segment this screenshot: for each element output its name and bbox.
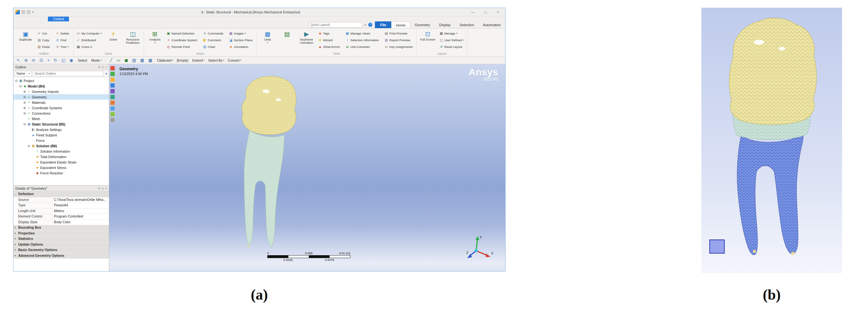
tooth-model[interactable] xyxy=(215,72,307,263)
tree-item[interactable]: ⊞ ✓ Geometry xyxy=(13,94,109,100)
geometry-viewport[interactable]: Geometry 1/13/2023 4:56 PM Ansys 2022 R1 xyxy=(109,64,505,271)
filter-options-icon[interactable]: ▾ xyxy=(105,72,107,75)
section-expander-icon[interactable] xyxy=(13,197,17,203)
reset-layout-button[interactable]: ↺ Reset Layout xyxy=(438,43,465,50)
commands-button[interactable]: ≡ Commands xyxy=(202,30,225,36)
side-tool-icon[interactable] xyxy=(110,83,115,88)
key-assignments-button[interactable]: ▭ Key Assignments xyxy=(383,43,414,50)
tree-item[interactable]: ▰ Total Deformation xyxy=(13,154,109,159)
tree-item[interactable]: i Solution Information xyxy=(13,149,109,154)
wizard-button[interactable]: ★ Wizard xyxy=(317,37,341,43)
zoom-out-icon[interactable]: ⊖ xyxy=(31,57,38,64)
tab-automation[interactable]: Automation xyxy=(478,22,505,28)
section-expander-icon[interactable] xyxy=(13,209,17,214)
expander-icon[interactable]: ⊞ xyxy=(23,101,26,104)
coordinate-system-button[interactable]: + Coordinate System xyxy=(166,37,199,43)
print-preview-button[interactable]: ▤ Print Preview xyxy=(383,30,414,36)
tree-item[interactable]: ⊟ ◆ Model (B4) xyxy=(13,83,109,89)
show-errors-button[interactable]: ▲ Show Errors xyxy=(317,43,341,50)
select-mode-dropdown[interactable]: Mode ▾ xyxy=(89,57,103,64)
wireframe-icon[interactable]: ▦ xyxy=(139,57,147,64)
select-by-dropdown[interactable]: Select By ▾ xyxy=(206,57,225,64)
select-face-icon[interactable]: ▭ xyxy=(115,57,123,64)
select-label[interactable]: Select xyxy=(76,57,89,64)
cores-field[interactable]: ▦ Cores 2 xyxy=(76,43,102,50)
solve-button[interactable]: ⚡ Solve xyxy=(105,30,122,42)
details-row[interactable]: Element Control Program Controlled xyxy=(13,214,109,220)
tree-item[interactable]: ⊟ ▦ Project xyxy=(13,78,109,83)
show-mesh-icon[interactable]: ▩ xyxy=(147,57,155,64)
tab-file[interactable]: File xyxy=(375,22,391,28)
selected-element-marker[interactable] xyxy=(710,240,724,253)
solve-target-dropdown[interactable]: ▭ My Computer ▾ xyxy=(76,30,102,36)
tree-item[interactable]: ⊞ ✓ Connections xyxy=(13,111,109,116)
details-row[interactable]: Length Unit Meters xyxy=(13,209,109,214)
panel-close-icon[interactable]: × xyxy=(105,65,107,69)
clipboard-dropdown[interactable]: Clipboard ▾ xyxy=(155,57,175,64)
fit-icon[interactable]: ◱ xyxy=(60,57,68,64)
units-button[interactable]: ▦ Units ▾ xyxy=(259,30,276,44)
comment-button[interactable]: ◧ Comment xyxy=(202,37,225,43)
section-expander-icon[interactable] xyxy=(13,214,17,219)
keyframe-animation-button[interactable]: ▶ Keyframe Animation xyxy=(298,30,315,45)
section-expander-icon[interactable]: - xyxy=(13,192,17,197)
panel-pin-icon[interactable]: ◻ xyxy=(101,65,103,69)
undo-icon[interactable] xyxy=(27,10,31,14)
clipboard-empty-label[interactable]: [Empty] xyxy=(175,57,190,64)
extend-selection-icon[interactable]: ▨ xyxy=(131,57,138,64)
expander-icon[interactable]: ⊞ xyxy=(23,112,26,115)
expander-icon[interactable]: ⊞ xyxy=(23,90,26,93)
details-row[interactable]: + Properties xyxy=(13,231,109,237)
unit-converter-button[interactable]: ⇄ Unit Converter xyxy=(345,43,380,50)
section-expander-icon[interactable] xyxy=(13,203,17,208)
ribbon-collapse-icon[interactable]: ∧ xyxy=(364,23,366,27)
cursor-icon[interactable]: ↖ xyxy=(15,57,23,64)
expander-icon[interactable]: ⊟ xyxy=(23,123,26,126)
tree-item[interactable]: ◧ Analysis Settings xyxy=(13,127,109,132)
tree-item[interactable]: ⊟ ▣ Static Structural (B5) xyxy=(13,121,109,127)
section-expander-icon[interactable]: + xyxy=(13,236,17,242)
expander-icon[interactable]: ⊟ xyxy=(27,144,30,148)
distributed-toggle[interactable]: ✓ Distributed xyxy=(76,37,102,43)
tree-item[interactable]: → Force xyxy=(13,138,109,143)
panel-close-icon[interactable]: × xyxy=(105,187,107,190)
full-screen-button[interactable]: ⊡ Full Screen xyxy=(419,30,436,42)
search-outline-input[interactable] xyxy=(33,71,103,76)
section-expander-icon[interactable]: + xyxy=(13,225,17,230)
side-tool-icon[interactable] xyxy=(110,106,115,111)
convert-dropdown[interactable]: Convert ▾ xyxy=(226,57,243,64)
tree-item[interactable]: ⊞ ✓ Geometry Imports xyxy=(13,89,109,94)
maximize-button[interactable]: □ xyxy=(480,8,491,16)
tree-item[interactable]: ✓ Mesh xyxy=(13,116,109,121)
side-tool-icon[interactable] xyxy=(110,66,115,70)
select-body-icon[interactable]: ◼ xyxy=(123,57,131,64)
save-icon[interactable] xyxy=(21,10,25,14)
tooth-roots[interactable] xyxy=(239,130,285,248)
tree-item[interactable]: ▰ Equivalent Stress xyxy=(13,165,109,170)
expander-icon[interactable]: ⊟ xyxy=(15,79,18,83)
side-tool-icon[interactable] xyxy=(110,77,115,82)
tree-item[interactable]: ▰ Equivalent Elastic Strain xyxy=(13,159,109,165)
zoom-in-icon[interactable]: ⊕ xyxy=(23,57,30,64)
details-row[interactable]: - Definition xyxy=(13,192,109,197)
section-plane-button[interactable]: ◪ Section Plane xyxy=(228,37,254,43)
select-edge-icon[interactable]: ╱ xyxy=(108,57,115,64)
side-tool-icon[interactable] xyxy=(110,112,115,117)
panel-dropdown-icon[interactable]: ▾ xyxy=(98,187,100,190)
tree-item[interactable]: ◆ Force Reaction xyxy=(13,170,109,176)
analysis-button[interactable]: ⊞ Analysis ▾ xyxy=(146,30,163,44)
selection-information-button[interactable]: i Selection Information xyxy=(345,37,380,43)
cut-button[interactable]: ✂ Cut xyxy=(36,30,52,36)
extend-dropdown[interactable]: Extend ▾ xyxy=(190,57,206,64)
tags-button[interactable]: ◆ Tags xyxy=(317,30,341,36)
tab-geometry[interactable]: Geometry xyxy=(410,22,435,28)
minimize-button[interactable]: — xyxy=(468,8,478,16)
side-tool-icon[interactable] xyxy=(110,95,115,99)
section-expander-icon[interactable]: + xyxy=(13,242,17,248)
orientation-triad[interactable]: Y X Z xyxy=(466,235,495,262)
manage-dropdown[interactable]: ▦ Manage ▾ xyxy=(438,30,465,36)
quick-launch-input[interactable] xyxy=(309,22,362,28)
section-expander-icon[interactable]: + xyxy=(13,248,17,253)
worksheet-button[interactable]: ▤ xyxy=(278,30,296,39)
section-expander-icon[interactable]: + xyxy=(13,231,17,236)
